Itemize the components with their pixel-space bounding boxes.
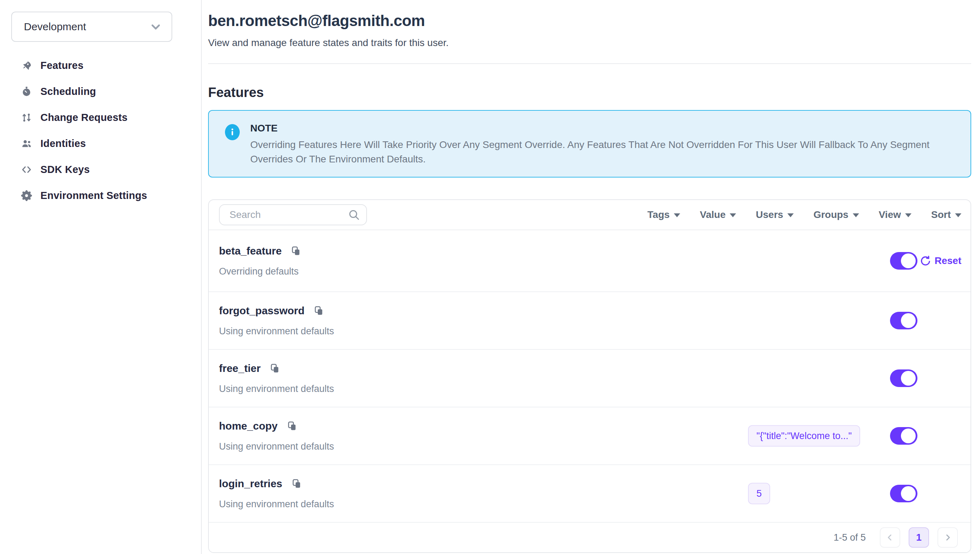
change-requests-icon [21,112,32,123]
toggle-knob [901,428,916,443]
caret-down-icon [674,213,680,217]
search-input[interactable] [219,204,367,225]
chevron-right-icon [943,533,953,543]
sidebar-item-label: SDK Keys [40,164,90,175]
chevron-left-icon [885,533,895,543]
pagination-next-button[interactable] [937,527,958,548]
sidebar: Development Features Scheduling Change R… [0,0,202,554]
sidebar-item-environment-settings[interactable]: Environment Settings [11,182,201,209]
filter-sort[interactable]: Sort [931,209,961,220]
rocket-icon [21,60,32,71]
feature-name[interactable]: forgot_password [219,305,304,317]
feature-name[interactable]: home_copy [219,420,278,432]
note-content: NOTE Overriding Features Here Will Take … [250,123,956,166]
features-panel: Tags Value Users Groups View Sort beta_f… [208,199,971,553]
feature-info: forgot_password Using environment defaul… [219,305,334,337]
sidebar-item-identities[interactable]: Identities [11,131,201,156]
pagination-prev-button[interactable] [880,527,900,548]
main-content: ben.rometsch@flagsmith.com View and mana… [202,0,980,554]
search-box [219,204,367,225]
sidebar-item-change-requests[interactable]: Change Requests [11,104,201,131]
toggle-knob [901,313,916,328]
pagination-page-1-button[interactable]: 1 [908,527,929,548]
copy-icon[interactable] [313,305,324,316]
app-root: Development Features Scheduling Change R… [0,0,980,554]
caret-down-icon [955,213,961,217]
filter-bar: Tags Value Users Groups View Sort [648,209,961,220]
chevron-down-icon [149,20,162,33]
feature-status: Overriding defaults [219,266,301,277]
copy-icon[interactable] [270,362,280,374]
features-toolbar: Tags Value Users Groups View Sort [209,200,970,230]
feature-status: Using environment defaults [219,384,334,395]
feature-status: Using environment defaults [219,326,334,337]
note-body: Overriding Features Here Will Take Prior… [250,137,956,166]
toggle-knob [901,371,916,385]
code-icon [21,164,32,175]
filter-value[interactable]: Value [700,209,736,220]
feature-toggle[interactable] [890,485,918,502]
feature-value-chip[interactable]: "{"title":"Welcome to..." [748,425,860,447]
feature-info: beta_feature Overriding defaults [219,245,301,277]
sidebar-item-label: Features [40,60,84,72]
feature-value-chip[interactable]: 5 [748,483,770,505]
feature-row: beta_feature Overriding defaults Reset [209,230,970,292]
feature-list: beta_feature Overriding defaults Reset f… [209,230,970,523]
filter-users[interactable]: Users [756,209,794,220]
note-title: NOTE [250,123,956,134]
note-callout: NOTE Overriding Features Here Will Take … [208,110,971,178]
feature-row: home_copy Using environment defaults "{"… [209,408,970,465]
feature-name[interactable]: beta_feature [219,245,282,257]
sidebar-item-label: Scheduling [40,86,96,97]
caret-down-icon [853,213,859,217]
feature-row: login_retries Using environment defaults… [209,465,970,523]
feature-status: Using environment defaults [219,441,334,452]
environment-selector[interactable]: Development [11,11,172,42]
sidebar-item-scheduling[interactable]: Scheduling [11,78,201,104]
search-icon [348,209,360,221]
feature-toggle[interactable] [890,312,918,330]
sidebar-item-features[interactable]: Features [11,53,201,78]
feature-toggle[interactable] [890,427,918,445]
sidebar-item-label: Identities [40,138,86,150]
feature-row: forgot_password Using environment defaul… [209,292,970,350]
reset-icon [920,255,931,266]
caret-down-icon [730,213,736,217]
page-subtitle: View and manage feature states and trait… [208,37,971,48]
header-divider [208,63,971,64]
sidebar-item-sdk-keys[interactable]: SDK Keys [11,156,201,182]
sidebar-nav: Features Scheduling Change Requests Iden… [11,53,201,209]
pagination: 1-5 of 5 1 [209,523,970,552]
feature-info: free_tier Using environment defaults [219,362,334,395]
copy-icon[interactable] [291,245,301,256]
caret-down-icon [905,213,912,217]
feature-info: login_retries Using environment defaults [219,478,334,510]
feature-toggle[interactable] [890,369,918,387]
feature-info: home_copy Using environment defaults [219,420,334,452]
feature-name[interactable]: login_retries [219,478,282,490]
sidebar-item-label: Environment Settings [40,190,147,201]
copy-icon[interactable] [287,420,298,431]
sidebar-item-label: Change Requests [40,112,127,123]
environment-selector-value: Development [24,21,86,33]
reset-button[interactable]: Reset [920,255,961,266]
toggle-knob [901,253,916,268]
feature-status: Using environment defaults [219,499,334,510]
stopwatch-icon [21,86,32,97]
filter-groups[interactable]: Groups [813,209,859,220]
toggle-knob [901,486,916,501]
identities-icon [21,138,32,149]
copy-icon[interactable] [291,478,302,489]
caret-down-icon [788,213,794,217]
filter-view[interactable]: View [879,209,912,220]
page-title: ben.rometsch@flagsmith.com [208,12,971,30]
feature-row: free_tier Using environment defaults [209,350,970,408]
gear-icon [21,190,32,201]
features-heading: Features [208,85,971,100]
feature-name[interactable]: free_tier [219,362,261,374]
pagination-summary: 1-5 of 5 [834,532,866,543]
filter-tags[interactable]: Tags [648,209,680,220]
feature-toggle[interactable] [890,252,918,270]
reset-label: Reset [935,255,961,266]
info-icon [225,124,240,140]
